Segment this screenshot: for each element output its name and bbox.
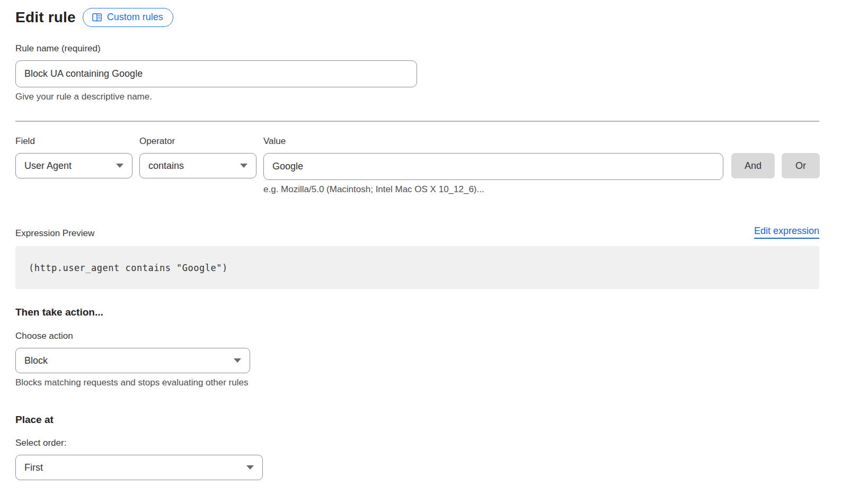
field-select[interactable]: User Agent — [15, 153, 132, 178]
rule-name-label: Rule name (required) — [15, 43, 819, 54]
field-label: Field — [15, 136, 132, 147]
caret-down-icon — [116, 164, 123, 168]
caret-down-icon — [246, 465, 254, 470]
expression-preview-box: (http.user_agent contains "Google") — [15, 246, 819, 289]
action-heading: Then take action... — [15, 307, 819, 318]
page-title: Edit rule — [15, 9, 76, 26]
rule-name-helper: Give your rule a descriptive name. — [15, 92, 819, 102]
choose-action-label: Choose action — [15, 331, 819, 341]
rule-name-input[interactable] — [15, 60, 417, 87]
caret-down-icon — [240, 164, 247, 168]
page-header: Edit rule Custom rules — [15, 8, 819, 27]
and-button[interactable]: And — [731, 153, 775, 178]
action-section: Then take action... Choose action Block … — [15, 307, 819, 388]
custom-rules-badge-label: Custom rules — [107, 12, 163, 23]
operator-select-value: contains — [148, 160, 184, 172]
order-select-value: First — [24, 462, 43, 473]
value-input[interactable] — [263, 153, 723, 180]
section-divider — [15, 121, 819, 122]
expression-code: (http.user_agent contains "Google") — [29, 263, 228, 273]
action-select[interactable]: Block — [15, 348, 250, 373]
conjunction-buttons: And Or — [731, 136, 820, 178]
place-at-heading: Place at — [15, 414, 819, 426]
operator-label: Operator — [139, 136, 256, 147]
expression-preview-section: Expression Preview Edit expression (http… — [15, 226, 819, 289]
select-order-label: Select order: — [15, 438, 819, 448]
operator-select[interactable]: contains — [139, 153, 256, 178]
custom-rules-badge[interactable]: Custom rules — [83, 8, 173, 27]
value-helper: e.g. Mozilla/5.0 (Macintosh; Intel Mac O… — [263, 184, 723, 195]
operator-column: Operator contains — [139, 136, 256, 178]
order-select[interactable]: First — [15, 455, 263, 480]
open-book-icon — [92, 12, 102, 23]
value-column: Value e.g. Mozilla/5.0 (Macintosh; Intel… — [263, 136, 723, 195]
edit-expression-link[interactable]: Edit expression — [754, 226, 819, 239]
value-label: Value — [263, 136, 723, 147]
or-button[interactable]: Or — [782, 153, 820, 178]
edit-rule-page: Edit rule Custom rules Rule name (requir… — [0, 0, 841, 504]
placement-section: Place at Select order: First — [15, 414, 819, 480]
rule-name-section: Rule name (required) Give your rule a de… — [15, 43, 819, 102]
action-select-value: Block — [24, 355, 48, 366]
field-select-value: User Agent — [24, 160, 72, 172]
action-helper: Blocks matching requests and stops evalu… — [15, 377, 819, 388]
expression-preview-label: Expression Preview — [15, 228, 94, 239]
caret-down-icon — [234, 358, 241, 363]
expression-builder-section: Field User Agent Operator contains Value — [15, 136, 819, 195]
field-column: Field User Agent — [15, 136, 132, 178]
